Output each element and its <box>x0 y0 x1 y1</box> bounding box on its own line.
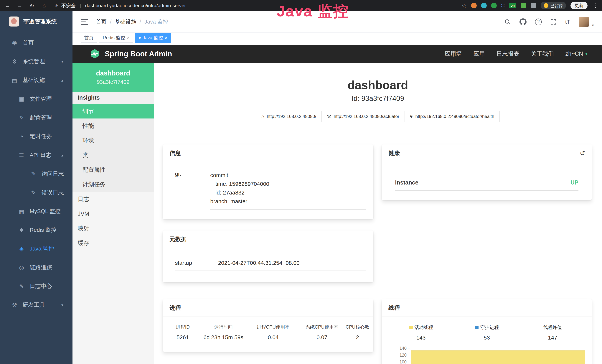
sidebar-item-system[interactable]: ⚙ 系统管理 ▾ <box>0 52 73 71</box>
doc-icon: ✎ <box>29 171 37 177</box>
sba-nav-journal[interactable]: 日志报表 <box>496 50 519 58</box>
url-text[interactable]: dashboard.yudao.iocoder.cn/infra/admin-s… <box>85 3 186 9</box>
admin-sidebar: 芋道管理系统 ◉ 首页 ⚙ 系统管理 ▾ ▤ 基础设施 ▴ ▣ 文件管理 ✎ 配… <box>0 11 73 364</box>
sba-nav-applications[interactable]: 应用 <box>473 50 485 58</box>
y-tickmark <box>408 355 410 355</box>
sba-item-details[interactable]: 细节 <box>73 104 154 118</box>
threads-values: 143 53 147 <box>388 334 585 341</box>
address-bar[interactable]: ⚠ 不安全 | dashboard.yudao.iocoder.cn/infra… <box>54 2 186 9</box>
extension-icon-green[interactable] <box>491 3 497 8</box>
sidebar-item-trace[interactable]: ◎ 链路追踪 <box>0 258 73 277</box>
actuator-url-link[interactable]: ⚒ http://192.168.0.2:48080/actuator <box>322 111 405 122</box>
extension-icon-orange[interactable] <box>471 3 477 8</box>
github-icon[interactable] <box>519 18 527 25</box>
sba-item-jvm[interactable]: JVM <box>73 206 154 221</box>
breadcrumb-home[interactable]: 首页 <box>96 18 107 26</box>
sidebar-collapse-icon[interactable] <box>81 19 88 25</box>
avatar[interactable] <box>579 17 589 27</box>
browser-menu-icon[interactable]: ⋮ <box>593 2 598 9</box>
extension-icon-teal[interactable] <box>481 3 487 8</box>
sidebar-item-home[interactable]: ◉ 首页 <box>0 33 73 52</box>
sba-item-scheduled-tasks[interactable]: 计划任务 <box>73 177 154 192</box>
sidebar-item-java-monitor[interactable]: ◈ Java 监控 <box>0 239 73 258</box>
legend-label: 线程峰值 <box>543 324 562 331</box>
locale-selector[interactable]: zh~CN ▾ <box>565 50 588 57</box>
sba-nav-about[interactable]: 关于我们 <box>531 50 554 58</box>
avatar-caret-icon[interactable]: ▾ <box>592 23 594 27</box>
sidebar-item-label: 链路追踪 <box>30 264 52 271</box>
bookmark-star-icon[interactable]: ☆ <box>462 2 467 9</box>
health-url-link[interactable]: ♥ http://192.168.0.2:48080/actuator/heal… <box>405 111 500 122</box>
extensions-puzzle-icon[interactable] <box>531 3 536 8</box>
profile-paused-badge[interactable]: 已暂停 <box>541 2 566 9</box>
sidebar-item-api-log[interactable]: ☰ API 日志 ▴ <box>0 146 73 164</box>
col-header-pid: 进程ID <box>166 324 199 330</box>
instance-name: dashboard <box>96 69 130 77</box>
sba-item-logs[interactable]: 日志 <box>73 192 154 206</box>
sba-item-performance[interactable]: 性能 <box>73 118 154 133</box>
font-size-icon[interactable]: tT <box>565 19 570 25</box>
sidebar-item-job[interactable]: ◔ 定时任务 <box>0 127 73 146</box>
sba-nav-wallboard[interactable]: 应用墙 <box>445 50 462 58</box>
service-url-link[interactable]: ⌂ http://192.168.0.2:48080/ <box>256 111 322 122</box>
sidebar-item-dev-tools[interactable]: ⚒ 研发工具 ▾ <box>0 296 73 314</box>
sba-item-classes[interactable]: 类 <box>73 148 154 162</box>
security-label: 不安全 <box>61 2 76 9</box>
sidebar-item-mysql[interactable]: ▦ MySQL 监控 <box>0 202 73 221</box>
card-title: 线程 <box>388 304 400 312</box>
on-badge[interactable]: on <box>509 3 516 8</box>
sidebar-item-infra[interactable]: ▤ 基础设施 ▴ <box>0 71 73 90</box>
search-icon[interactable] <box>504 19 511 25</box>
warning-icon: ⚠ <box>54 3 59 8</box>
trace-icon: ◎ <box>17 264 26 271</box>
home-icon[interactable]: ⌂ <box>40 2 48 9</box>
card-title: 进程 <box>170 304 181 312</box>
instance-links: ⌂ http://192.168.0.2:48080/ ⚒ http://192… <box>154 111 602 122</box>
instance-header[interactable]: dashboard 93a3fc7f7409 <box>73 63 154 92</box>
app-logo <box>9 17 19 27</box>
breadcrumb-infra[interactable]: 基础设施 <box>115 18 136 26</box>
sba-insights-items: 细节 性能 环境 类 配置属性 计划任务 <box>73 104 154 192</box>
sba-item-config-props[interactable]: 配置属性 <box>73 162 154 177</box>
process-cpu-value: 0.04 <box>248 334 299 341</box>
java-monitor-icon: ◈ <box>17 246 26 252</box>
y-tickmark <box>408 362 410 362</box>
sidebar-item-label: 基础设施 <box>23 76 45 84</box>
back-icon[interactable]: ← <box>4 2 11 9</box>
tab-redis-monitor[interactable]: Redis 监控 × <box>99 33 133 43</box>
legend-swatch-blue <box>475 326 479 329</box>
tab-label: Java 监控 <box>143 35 163 41</box>
sba-brand[interactable]: Spring Boot Admin <box>90 49 172 59</box>
sidebar-item-redis[interactable]: ❖ Redis 监控 <box>0 221 73 239</box>
tab-java-monitor[interactable]: Java 监控 × <box>135 33 171 43</box>
help-icon[interactable]: ? <box>535 19 542 25</box>
fullscreen-icon[interactable] <box>550 19 557 25</box>
sidebar-item-log-center[interactable]: ✎ 日志中心 <box>0 277 73 296</box>
sidebar-item-file[interactable]: ▣ 文件管理 <box>0 90 73 108</box>
extension-icon-sprout[interactable] <box>521 3 526 8</box>
close-icon[interactable]: × <box>165 35 167 40</box>
sidebar-item-access-log[interactable]: ✎ 访问日志 <box>0 164 73 183</box>
history-icon[interactable]: ↺ <box>580 150 585 157</box>
close-icon[interactable]: × <box>127 35 129 40</box>
reload-icon[interactable]: ↻ <box>28 2 36 9</box>
paused-label: 已暂停 <box>550 3 563 9</box>
sidebar-item-error-log[interactable]: ✎ 错误日志 <box>0 183 73 202</box>
threads-card-header: 线程 <box>382 299 592 317</box>
chevron-down-icon: ▾ <box>61 59 63 64</box>
sba-item-environment[interactable]: 环境 <box>73 133 154 148</box>
sba-item-caches[interactable]: 缓存 <box>73 236 154 250</box>
health-instance-row[interactable]: Instance UP <box>395 179 579 191</box>
sba-item-mappings[interactable]: 映射 <box>73 221 154 236</box>
extension-grid-icon[interactable]: ∷ <box>501 2 505 9</box>
tab-home[interactable]: 首页 <box>81 33 97 43</box>
col-header-system-cpu: 系统CPU使用率 <box>299 324 345 330</box>
breadcrumb-separator: / <box>140 19 141 25</box>
update-button[interactable]: 更新 <box>570 2 588 9</box>
sidebar-item-config[interactable]: ✎ 配置管理 <box>0 108 73 127</box>
sidebar-item-label: 首页 <box>23 39 34 47</box>
sidebar-item-label: Java 监控 <box>30 245 54 253</box>
cpus-value: 2 <box>345 334 370 341</box>
forward-icon[interactable]: → <box>16 2 23 9</box>
system-cpu-value: 0.07 <box>299 334 345 341</box>
